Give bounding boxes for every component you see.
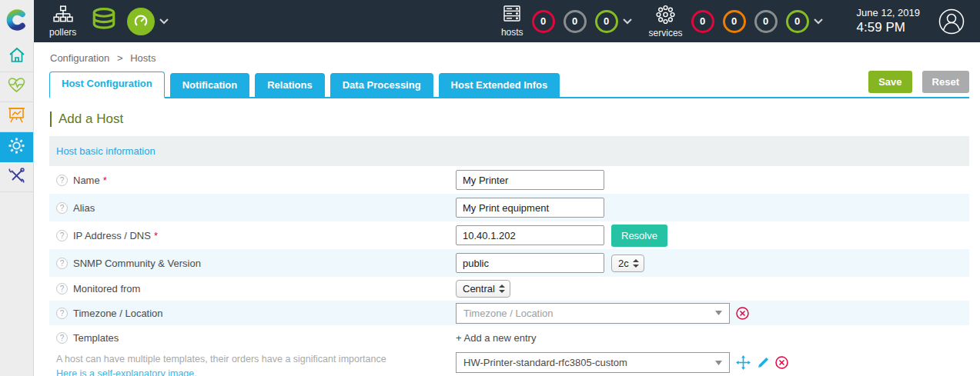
pollers-label: pollers <box>49 27 76 38</box>
heart-pulse-icon <box>7 76 26 98</box>
snmp-version-select[interactable]: 2c <box>611 255 644 272</box>
centreon-logo-icon <box>6 9 28 34</box>
form-row-name: ? Name * <box>49 166 969 194</box>
delete-circle-icon <box>775 356 788 369</box>
platform-status[interactable] <box>127 8 155 35</box>
reset-button[interactable]: Reset <box>922 71 969 93</box>
help-icon[interactable]: ? <box>56 202 68 214</box>
hosts-down-badge[interactable]: 0 <box>532 10 555 33</box>
required-marker: * <box>103 175 107 186</box>
help-icon[interactable]: ? <box>56 283 68 294</box>
snmp-version-value: 2c <box>618 258 629 269</box>
help-icon[interactable]: ? <box>56 258 68 269</box>
monitored-from-select[interactable]: Central <box>456 280 510 298</box>
ip-label: IP Address / DNS <box>73 230 151 241</box>
template-select[interactable]: HW-Printer-standard-rfc3805-custom <box>456 352 730 373</box>
form-row-templates: ? Templates A host can have multiple tem… <box>49 325 969 376</box>
services-unknown-badge[interactable]: 0 <box>754 10 778 33</box>
chart-board-icon <box>7 106 26 128</box>
hosts-chevron-down-icon[interactable] <box>623 18 632 25</box>
tab-relations[interactable]: Relations <box>255 73 325 97</box>
tab-notification[interactable]: Notification <box>170 73 250 97</box>
form-row-monitored-from: ? Monitored from Central <box>49 277 969 301</box>
pollers-menu[interactable]: pollers <box>49 5 76 38</box>
ip-input[interactable] <box>456 225 604 245</box>
add-template-entry-link[interactable]: + Add a new entry <box>456 332 536 344</box>
breadcrumb-hosts[interactable]: Hosts <box>130 52 156 64</box>
poller-chevron-down-icon[interactable] <box>159 18 169 25</box>
delete-circle-icon <box>736 307 749 320</box>
sidebar-item-monitoring[interactable] <box>0 72 33 102</box>
hosts-unreachable-badge[interactable]: 0 <box>564 10 587 33</box>
breadcrumb: Configuration > Hosts <box>49 42 969 71</box>
poller-status-group: pollers <box>49 5 173 38</box>
sidebar-item-configuration[interactable] <box>0 132 33 162</box>
section-header: Host basic information <box>49 136 969 166</box>
database-icon <box>90 6 118 36</box>
name-label: Name <box>73 175 100 186</box>
alias-input[interactable] <box>456 198 604 218</box>
required-marker: * <box>154 230 158 241</box>
sidebar <box>0 42 34 376</box>
services-warning-badge[interactable]: 0 <box>723 10 746 33</box>
name-input[interactable] <box>456 170 604 190</box>
timezone-clear-button[interactable] <box>736 307 749 320</box>
breadcrumb-configuration[interactable]: Configuration <box>50 52 109 64</box>
hosts-up-badge[interactable]: 0 <box>595 10 618 33</box>
current-date: June 12, 2019 <box>857 7 920 18</box>
move-icon <box>736 355 751 370</box>
user-menu[interactable] <box>938 8 965 35</box>
main-content: Configuration > Hosts Host Configuration… <box>35 42 980 376</box>
tab-data-processing[interactable]: Data Processing <box>330 73 433 97</box>
form-actions: Save Reset <box>868 71 969 97</box>
gear-icon <box>7 136 26 158</box>
dropdown-arrow-icon <box>715 361 722 365</box>
templates-example-link[interactable]: Here is a self-explanatory image. <box>56 368 197 376</box>
save-button[interactable]: Save <box>868 71 911 93</box>
template-edit-button[interactable] <box>757 357 769 369</box>
database-status[interactable] <box>90 6 118 36</box>
sidebar-item-administration[interactable] <box>0 162 33 192</box>
form-row-timezone: ? Timezone / Location Timezone / Locatio… <box>49 301 969 325</box>
hosts-status-group: hosts 0 0 0 <box>501 5 637 38</box>
services-icon <box>655 5 676 27</box>
pencil-icon <box>757 357 769 369</box>
services-critical-badge[interactable]: 0 <box>691 10 714 33</box>
templates-label: Templates <box>73 332 119 344</box>
user-avatar-icon <box>938 8 965 35</box>
services-label: services <box>649 28 683 38</box>
sidebar-item-home[interactable] <box>0 42 33 72</box>
services-menu[interactable]: services <box>649 5 683 38</box>
tools-icon <box>7 166 26 188</box>
form-row-snmp: ? SNMP Community & Version 2c <box>49 249 969 277</box>
hosts-menu[interactable]: hosts <box>501 5 523 38</box>
form-row-ip: ? IP Address / DNS * Resolve <box>49 221 969 249</box>
sidebar-item-reporting[interactable] <box>0 102 33 132</box>
timezone-placeholder: Timezone / Location <box>463 308 554 319</box>
template-delete-button[interactable] <box>775 356 788 369</box>
tab-bar: Host Configuration Notification Relation… <box>49 71 969 98</box>
monitored-from-label: Monitored from <box>73 283 140 294</box>
template-selected-value: HW-Printer-standard-rfc3805-custom <box>463 357 627 368</box>
help-icon[interactable]: ? <box>56 230 68 241</box>
pollers-icon <box>53 5 73 26</box>
tab-host-extended-infos[interactable]: Host Extended Infos <box>439 73 560 97</box>
help-icon[interactable]: ? <box>56 332 68 344</box>
tab-host-configuration[interactable]: Host Configuration <box>49 72 165 98</box>
timezone-select[interactable]: Timezone / Location <box>456 303 730 324</box>
services-status-group: services 0 0 0 0 <box>649 5 828 38</box>
help-icon[interactable]: ? <box>56 308 68 319</box>
resolve-button[interactable]: Resolve <box>611 225 667 247</box>
topbar: pollers <box>0 0 980 42</box>
help-icon[interactable]: ? <box>56 175 68 186</box>
timezone-label: Timezone / Location <box>73 308 163 319</box>
snmp-community-input[interactable] <box>456 253 604 273</box>
snmp-label: SNMP Community & Version <box>73 258 201 269</box>
page-title: Add a Host <box>50 111 969 127</box>
centreon-logo[interactable] <box>0 0 34 42</box>
template-move-button[interactable] <box>736 355 751 370</box>
services-ok-badge[interactable]: 0 <box>786 10 809 33</box>
gauge-icon <box>127 8 155 35</box>
templates-help-text: A host can have multiple templates, thei… <box>56 354 456 364</box>
services-chevron-down-icon[interactable] <box>814 18 823 25</box>
